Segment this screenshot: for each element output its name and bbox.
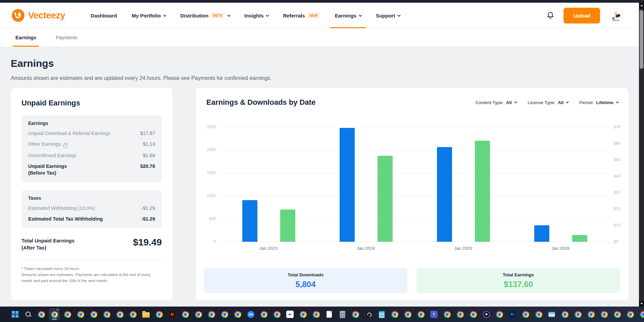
chrome-taskbar-icon[interactable] bbox=[128, 309, 138, 320]
chrome-taskbar-icon[interactable] bbox=[560, 309, 570, 320]
photoshop-taskbar-icon[interactable]: Ps bbox=[507, 309, 517, 320]
chrome-taskbar-icon[interactable] bbox=[298, 309, 308, 320]
notepad-taskbar-icon[interactable] bbox=[377, 309, 387, 320]
earnings-footnote: * Totals calculated every 24 hours. Amou… bbox=[21, 266, 162, 284]
nav-support-label: Support bbox=[376, 13, 395, 18]
line-item-value: -$1.29 bbox=[141, 205, 155, 212]
chrome-taskbar-icon[interactable] bbox=[311, 309, 321, 320]
calculator-taskbar-icon[interactable] bbox=[337, 309, 347, 320]
gridline bbox=[220, 219, 609, 219]
teams-taskbar-icon[interactable]: T bbox=[429, 309, 439, 320]
downloads-bar[interactable] bbox=[437, 147, 452, 242]
nav-my-portfolio[interactable]: My Portfolio bbox=[132, 3, 165, 28]
chrome-taskbar-icon[interactable] bbox=[49, 309, 59, 320]
chrome-taskbar-icon[interactable] bbox=[115, 309, 125, 320]
nav-referrals[interactable]: Referrals NEW bbox=[283, 3, 320, 28]
earnings-bar[interactable] bbox=[572, 235, 587, 242]
downloads-bar[interactable] bbox=[340, 128, 355, 242]
info-icon[interactable]: ? bbox=[63, 143, 68, 148]
chrome-taskbar-icon[interactable] bbox=[350, 309, 360, 320]
chrome-taskbar-icon[interactable] bbox=[625, 309, 635, 320]
left-axis-tick: 500 bbox=[199, 217, 216, 221]
taskbar-icons: Aizm✂TPs… bbox=[10, 309, 644, 320]
chrome-taskbar-icon[interactable] bbox=[403, 309, 413, 320]
chrome-taskbar-icon[interactable] bbox=[599, 309, 609, 320]
chrome-taskbar-icon[interactable] bbox=[272, 309, 282, 320]
chrome-taskbar-icon[interactable] bbox=[102, 309, 112, 320]
chrome-taskbar-icon[interactable] bbox=[612, 309, 622, 320]
avatar-illustration bbox=[609, 8, 623, 22]
document-taskbar-icon[interactable] bbox=[324, 309, 334, 320]
chrome-taskbar-icon[interactable] bbox=[233, 309, 243, 320]
chrome-taskbar-icon[interactable] bbox=[180, 309, 190, 320]
obs-taskbar-icon[interactable] bbox=[363, 309, 374, 320]
chevron-down-icon bbox=[266, 13, 269, 17]
chrome-taskbar-icon[interactable] bbox=[534, 309, 544, 320]
capcut-taskbar-icon[interactable]: ✂ bbox=[285, 309, 295, 320]
nav-support[interactable]: Support bbox=[376, 3, 400, 28]
zoom-taskbar-icon[interactable]: zm bbox=[246, 309, 256, 320]
chrome-taskbar-icon[interactable] bbox=[416, 309, 426, 320]
start-taskbar-icon[interactable] bbox=[10, 309, 20, 320]
window-taskbar-icon[interactable] bbox=[547, 309, 557, 320]
taxes-rows: Estimated Withholding (10.0%)-$1.29Estim… bbox=[28, 205, 155, 222]
folder-taskbar-icon[interactable] bbox=[141, 309, 151, 320]
chrome-taskbar-icon[interactable] bbox=[89, 309, 99, 320]
right-axis-tick: $70 bbox=[614, 125, 631, 129]
main-nav: Dashboard My Portfolio Distribution BETA… bbox=[91, 3, 400, 28]
vecteezy-logo[interactable]: Vecteezy bbox=[11, 9, 65, 22]
nav-insights[interactable]: Insights bbox=[244, 3, 268, 28]
nav-dashboard[interactable]: Dashboard bbox=[91, 3, 117, 28]
illustrator-taskbar-icon[interactable]: Ai bbox=[167, 309, 177, 320]
scroll-up-button[interactable] bbox=[639, 3, 644, 8]
chrome-taskbar-icon[interactable] bbox=[259, 309, 269, 320]
chrome-taskbar-icon[interactable] bbox=[468, 309, 478, 320]
chrome-taskbar-icon[interactable] bbox=[494, 309, 504, 320]
earnings-bar[interactable] bbox=[475, 141, 490, 242]
tab-earnings[interactable]: Earnings bbox=[15, 29, 36, 47]
chrome-taskbar-icon[interactable] bbox=[36, 309, 46, 320]
window-icon-glyph bbox=[548, 312, 555, 317]
earnings-bar[interactable] bbox=[378, 156, 393, 242]
chrome-icon-glyph bbox=[195, 311, 202, 318]
earnings-line-item: Unconfirmed Earnings$1.68 bbox=[28, 152, 155, 159]
chrome-icon-glyph bbox=[313, 311, 320, 318]
gridline bbox=[220, 196, 609, 196]
chrome-taskbar-icon[interactable] bbox=[521, 309, 531, 320]
nav-dashboard-label: Dashboard bbox=[91, 13, 117, 18]
chrome-taskbar-icon[interactable] bbox=[455, 309, 465, 320]
downloads-bar[interactable] bbox=[242, 200, 257, 242]
mediaplayer-taskbar-icon[interactable] bbox=[481, 309, 491, 320]
chrome-taskbar-icon[interactable] bbox=[62, 309, 72, 320]
left-axis-tick: 2500 bbox=[199, 125, 216, 129]
new-badge: NEW bbox=[307, 13, 320, 18]
nav-earnings[interactable]: Earnings bbox=[335, 3, 361, 28]
scrollbar-thumb[interactable] bbox=[640, 10, 643, 69]
chrome-taskbar-icon[interactable] bbox=[193, 309, 203, 320]
page-scrollbar[interactable] bbox=[639, 3, 644, 307]
upload-button[interactable]: Upload bbox=[563, 8, 600, 24]
chrome-taskbar-icon[interactable] bbox=[390, 309, 400, 320]
earnings-chart-card: Earnings & Downloads by Date Content Typ… bbox=[196, 88, 629, 301]
nav-distribution[interactable]: Distribution BETA bbox=[180, 3, 230, 28]
scroll-down-button[interactable] bbox=[639, 301, 644, 307]
chrome-taskbar-icon[interactable] bbox=[76, 309, 86, 320]
chrome-taskbar-icon[interactable] bbox=[206, 309, 216, 320]
chrome-taskbar-icon[interactable] bbox=[638, 309, 644, 320]
chrome-taskbar-icon[interactable] bbox=[586, 309, 596, 320]
chrome-icon-glyph bbox=[274, 311, 281, 318]
chrome-taskbar-icon[interactable] bbox=[154, 309, 164, 320]
chrome-icon-glyph bbox=[496, 311, 503, 318]
earnings-section-header: Earnings bbox=[28, 121, 155, 126]
notifications-bell-icon[interactable] bbox=[546, 11, 555, 20]
tab-payments[interactable]: Payments bbox=[56, 29, 77, 47]
search-taskbar-icon[interactable] bbox=[23, 309, 33, 320]
chrome-taskbar-icon[interactable] bbox=[442, 309, 452, 320]
chrome-taskbar-icon[interactable] bbox=[573, 309, 583, 320]
downloads-bar[interactable] bbox=[534, 225, 549, 242]
chrome-icon-glyph bbox=[601, 311, 608, 318]
chrome-taskbar-icon[interactable] bbox=[219, 309, 230, 320]
user-avatar[interactable] bbox=[609, 8, 624, 23]
zoom-icon-glyph: zm bbox=[247, 311, 254, 318]
earnings-bar[interactable] bbox=[280, 210, 295, 242]
